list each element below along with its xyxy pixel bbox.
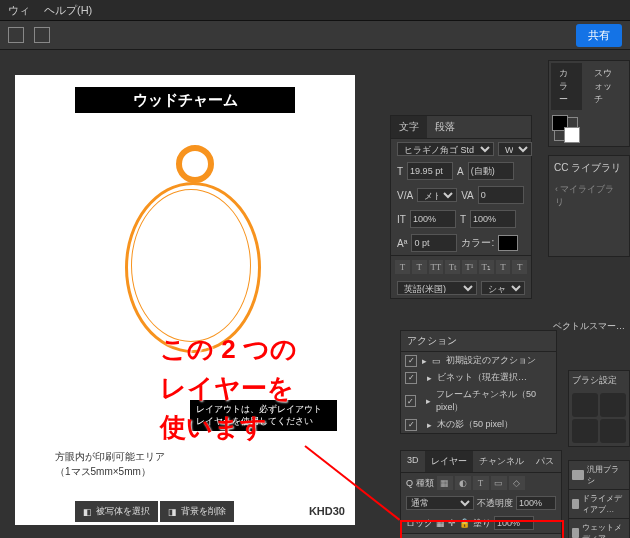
check-icon[interactable]: ✓ — [405, 419, 417, 431]
brush-folders-panel: 汎用ブラシ ドライメディアブ… ウェットメディア… 特殊効果ブラ… — [568, 460, 630, 538]
leading-input[interactable] — [468, 162, 514, 180]
brush-preview[interactable] — [600, 419, 626, 443]
grid-size-note: （1マス5mm×5mm） — [55, 465, 151, 479]
action-row[interactable]: ✓ ▸フレームチャンネル（50 pixel） — [401, 386, 556, 416]
actions-panel: アクション ✓▸▭初期設定のアクション ✓ ▸ビネット（現在選択… ✓ ▸フレー… — [400, 330, 557, 434]
fill-input[interactable] — [494, 516, 534, 530]
tab-paths[interactable]: パス — [530, 451, 560, 472]
check-icon[interactable]: ✓ — [405, 372, 417, 384]
size-icon: T — [397, 166, 403, 177]
super-icon[interactable]: T¹ — [462, 260, 477, 274]
allcaps-icon[interactable]: TT — [429, 260, 444, 274]
filter-type-icon[interactable]: T — [473, 476, 489, 490]
font-size-input[interactable] — [407, 162, 453, 180]
lock-icon[interactable]: 🔒 — [459, 518, 470, 528]
color-panel: カラースウォッチ — [548, 60, 630, 147]
leading-icon: A — [457, 166, 464, 177]
libraries-panel: CC ライブラリ ‹ マイライブラリ — [548, 155, 630, 257]
language-select[interactable]: 英語(米国) — [397, 281, 477, 295]
action-row[interactable]: ✓▸▭初期設定のアクション — [401, 352, 556, 369]
brush-folder[interactable]: ウェットメディア… — [569, 519, 629, 538]
bold-icon[interactable]: T — [395, 260, 410, 274]
color-label: カラー: — [461, 236, 494, 250]
remove-bg-button[interactable]: ◨背景を削除 — [160, 501, 234, 522]
brush-settings-panel: ブラシ設定 — [568, 370, 630, 447]
tool-icon[interactable] — [8, 27, 24, 43]
libraries-title: CC ライブラリ — [549, 156, 629, 180]
tab-color[interactable]: カラー — [551, 63, 582, 110]
document-canvas[interactable]: ウッドチャーム レイアウトは、必ずレイアウト レイヤーを使用してください 方眼内… — [15, 75, 355, 525]
character-panel: 文字 段落 ヒラギノ角ゴ StdW6 TA V/AメトリクスVA ITT Aªカ… — [390, 115, 532, 299]
lock-pos-icon[interactable]: ✛ — [448, 518, 456, 528]
artwork-title: ウッドチャーム — [75, 87, 295, 113]
filter-adj-icon[interactable]: ◐ — [455, 476, 471, 490]
lock-all-icon[interactable]: ▦ — [436, 518, 445, 528]
tracking-icon: VA — [461, 190, 474, 201]
kerning-icon: V/A — [397, 190, 413, 201]
aa-select[interactable]: シャープ — [481, 281, 525, 295]
libraries-back[interactable]: ‹ マイライブラリ — [549, 180, 629, 212]
actions-title: アクション — [401, 331, 556, 352]
kind-label: Q 種類 — [406, 477, 434, 490]
contextual-task-bar: ◧被写体を選択 ◨背景を削除 — [75, 501, 234, 522]
charm-ring-shape — [176, 145, 214, 183]
tab-swatches[interactable]: スウォッチ — [586, 63, 627, 110]
share-button[interactable]: 共有 — [576, 24, 622, 47]
vscale-input[interactable] — [410, 210, 456, 228]
font-family-select[interactable]: ヒラギノ角ゴ Std — [397, 142, 494, 156]
opacity-input[interactable] — [516, 496, 556, 510]
folder-icon — [572, 499, 579, 509]
menu-help[interactable]: ヘルプ(H) — [44, 3, 92, 18]
sub-icon[interactable]: T₁ — [479, 260, 494, 274]
brush-folder[interactable]: ドライメディアブ… — [569, 490, 629, 519]
menu-view[interactable]: ウィ — [8, 3, 30, 18]
action-row[interactable]: ✓ ▸ビネット（現在選択… — [401, 369, 556, 386]
filter-pixel-icon[interactable]: ▦ — [437, 476, 453, 490]
tracking-input[interactable] — [478, 186, 524, 204]
options-bar: 共有 — [0, 21, 630, 50]
brush-preview[interactable] — [600, 393, 626, 417]
tab-channels[interactable]: チャンネル — [473, 451, 530, 472]
folder-icon: ▭ — [432, 356, 441, 366]
brush-preview[interactable] — [572, 419, 598, 443]
folder-icon — [572, 528, 579, 538]
tab-paragraph[interactable]: 段落 — [427, 116, 463, 138]
smart-object-label: ベクトルスマー… — [553, 320, 625, 333]
layer-row-layout[interactable]: 👁 レイアウト — [401, 533, 561, 538]
kerning-select[interactable]: メトリクス — [417, 188, 457, 202]
action-row[interactable]: ✓ ▸木の影（50 pixel） — [401, 416, 556, 433]
select-subject-button[interactable]: ◧被写体を選択 — [75, 501, 158, 522]
tool-option-icon[interactable] — [34, 27, 50, 43]
check-icon[interactable]: ✓ — [405, 395, 416, 407]
italic-icon[interactable]: T — [412, 260, 427, 274]
baseline-input[interactable] — [411, 234, 457, 252]
tab-3d[interactable]: 3D — [401, 451, 425, 472]
product-code: KHD30 — [309, 505, 345, 517]
strike-icon[interactable]: T — [512, 260, 527, 274]
charm-inner-shape — [131, 189, 251, 342]
workspace: ウッドチャーム レイアウトは、必ずレイアウト レイヤーを使用してください 方眼内… — [0, 50, 630, 538]
underline-icon[interactable]: T — [496, 260, 511, 274]
hscale-icon: T — [460, 214, 466, 225]
filter-smart-icon[interactable]: ◇ — [509, 476, 525, 490]
print-area-note: 方眼内が印刷可能エリア — [55, 450, 165, 464]
folder-icon — [572, 470, 584, 480]
tab-character[interactable]: 文字 — [391, 116, 427, 138]
filter-shape-icon[interactable]: ▭ — [491, 476, 507, 490]
brush-folder[interactable]: 汎用ブラシ — [569, 461, 629, 490]
menu-bar: ウィ ヘルプ(H) — [0, 0, 630, 21]
smallcaps-icon[interactable]: Tt — [445, 260, 460, 274]
fg-bg-swatch[interactable] — [554, 117, 578, 141]
tab-layers[interactable]: レイヤー — [425, 451, 473, 472]
text-color-swatch[interactable] — [498, 235, 518, 251]
hscale-input[interactable] — [470, 210, 516, 228]
vscale-icon: IT — [397, 214, 406, 225]
brush-preview[interactable] — [572, 393, 598, 417]
check-icon[interactable]: ✓ — [405, 355, 417, 367]
layers-panel: 3D レイヤー チャンネル パス Q 種類▦◐T▭◇ 通常不透明度 ロック▦✛🔒… — [400, 450, 562, 538]
brush-title: ブラシ設定 — [569, 371, 629, 390]
blend-mode-select[interactable]: 通常 — [406, 496, 474, 510]
font-weight-select[interactable]: W6 — [498, 142, 532, 156]
text-style-row: TTTTTtT¹T₁TT — [391, 255, 531, 278]
baseline-icon: Aª — [397, 238, 407, 249]
